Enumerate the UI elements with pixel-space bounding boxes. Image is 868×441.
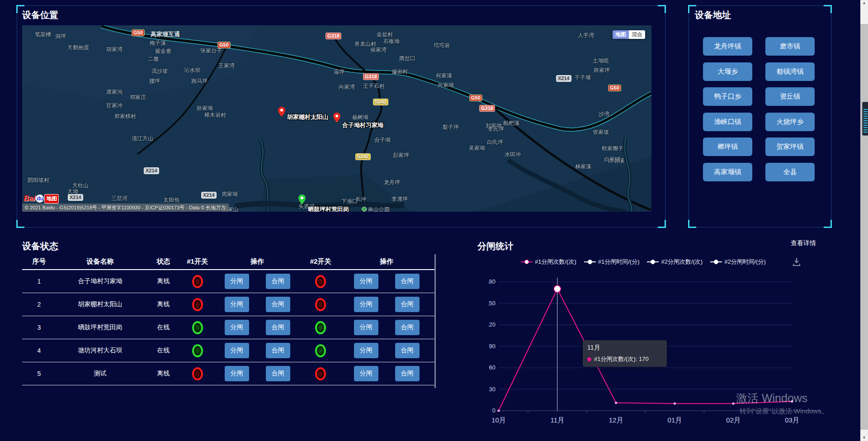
map-place-label: 吴家坳 [469, 144, 485, 152]
address-button-9[interactable]: 榔坪镇 [703, 138, 752, 156]
address-button-8[interactable]: 火烧坪乡 [765, 113, 815, 131]
open-switch-button[interactable]: 分闸 [354, 297, 378, 312]
corner-bracket [824, 5, 832, 13]
baidu-map-badge: 地图 [44, 194, 59, 204]
device-status-rows: 1合子坳村习家坳离线分闸合闸分闸合闸2胡家棚村太阳山离线分闸合闸分闸合闸3晒鼓坪… [22, 270, 434, 385]
legend-item-4[interactable]: #2分闸时间/(分) [710, 258, 766, 266]
open-switch-button[interactable]: 分闸 [225, 274, 249, 289]
svg-text:150: 150 [488, 300, 495, 307]
row-index: 5 [22, 370, 56, 377]
road-shield-x214: X214 [144, 167, 159, 174]
map-place-label: 紫金寨 [155, 47, 171, 55]
map-pin-red[interactable] [278, 107, 285, 117]
map-copyright: © 2021 Baidu - GS(2019)5218号 - 甲测资字11009… [22, 204, 229, 212]
address-button-4[interactable]: 都镇湾镇 [765, 62, 815, 81]
switch-indicator-red [192, 298, 203, 311]
baidu-paw-icon: du [36, 194, 44, 203]
column-header: 序号 [22, 257, 56, 266]
address-button-11[interactable]: 高家堰镇 [703, 163, 752, 181]
close-switch-button[interactable]: 合闸 [266, 366, 290, 381]
map-place-label: 天鹅抱蛋 [67, 44, 89, 52]
svg-text:0: 0 [492, 407, 495, 414]
scroll-indicator-widget[interactable] [862, 102, 868, 136]
legend-item-3[interactable]: #2分闸次数/(次) [647, 258, 703, 266]
device-status: 在线 [144, 346, 183, 355]
address-button-3[interactable]: 大堰乡 [703, 62, 752, 81]
close-switch-button[interactable]: 合闸 [395, 343, 420, 358]
close-switch-button[interactable]: 合闸 [266, 343, 290, 358]
dashboard: 设备位置 地图 混合 Bai du 地图 © 2021 Baid [0, 0, 868, 441]
map-place-label: 何家溪 [436, 72, 452, 80]
open-switch-button[interactable]: 分闸 [225, 343, 249, 358]
address-button-6[interactable]: 资丘镇 [765, 87, 815, 106]
series-dot-icon [587, 357, 591, 361]
legend-item-1[interactable]: #1分闸次数/(次) [521, 258, 576, 266]
map-place-label: 胡家湾 [106, 46, 123, 53]
map-place-label: 枇杷溪 [503, 119, 519, 127]
svg-text:11月: 11月 [551, 416, 565, 424]
map-place-label: 侯家湾 [370, 46, 387, 54]
open-switch-button[interactable]: 分闸 [225, 297, 249, 312]
road-shield-x214: X214 [556, 75, 571, 82]
switch-indicator-green [192, 344, 203, 357]
address-button-1[interactable]: 龙舟坪镇 [703, 37, 752, 56]
device-status: 离线 [144, 277, 183, 285]
baidu-logo: Bai du 地图 [24, 194, 59, 204]
map-pin-red[interactable] [333, 113, 340, 123]
map-type-toggle: 地图 混合 [613, 30, 645, 39]
open-switch-button[interactable]: 分闸 [225, 366, 249, 381]
map-place-label: 渡家沟 [106, 88, 123, 96]
map-type-map[interactable]: 地图 [613, 30, 629, 39]
svg-text:90: 90 [489, 343, 495, 350]
window-scrollbar-thumb[interactable] [860, 24, 868, 430]
map-place-label: 跑马坪 [191, 77, 208, 85]
map-place-label: 长冲 [355, 195, 366, 203]
open-switch-button[interactable]: 分闸 [354, 274, 378, 289]
road-shield-g318: G318 [363, 73, 379, 80]
close-switch-button[interactable]: 合闸 [266, 274, 290, 289]
close-switch-button[interactable]: 合闸 [395, 297, 420, 312]
baidu-logo-text: Bai [24, 194, 35, 203]
table-scrollbar[interactable] [434, 254, 436, 388]
address-button-12[interactable]: 全县 [765, 163, 815, 181]
open-switch-button[interactable]: 分闸 [225, 320, 249, 335]
svg-text:12月: 12月 [609, 416, 623, 424]
close-switch-button[interactable]: 合闸 [395, 274, 420, 289]
legend-item-2[interactable]: #1分闸时间/(分) [584, 258, 640, 266]
svg-text:30: 30 [489, 386, 495, 393]
address-button-7[interactable]: 渔峡口镇 [703, 113, 752, 131]
legend-marker-icon [710, 259, 722, 265]
close-switch-button[interactable]: 合闸 [395, 366, 420, 381]
scrollbar-up-icon[interactable]: ▲ [860, 1, 868, 5]
open-switch-button[interactable]: 分闸 [354, 320, 378, 335]
map-type-hybrid[interactable]: 混合 [629, 30, 645, 39]
scrollbar-down-icon[interactable]: ▼ [860, 436, 868, 440]
legend-marker-icon [584, 259, 596, 265]
map-place-label: 管家坡 [593, 128, 609, 136]
baidu-map[interactable]: 地图 混合 Bai du 地图 © 2021 Baidu - GS(2019)5… [22, 25, 651, 212]
map-place-label: 白家铺 [604, 156, 620, 163]
map-place-label: 沙湾 [599, 110, 609, 118]
close-switch-button[interactable]: 合闸 [395, 320, 420, 335]
map-place-label: 坨坨岩 [434, 42, 450, 49]
download-icon[interactable] [792, 257, 801, 267]
close-switch-button[interactable]: 合闸 [266, 320, 290, 335]
open-switch-button[interactable]: 分闸 [354, 366, 378, 381]
legend-label: #1分闸时间/(分) [598, 258, 640, 266]
close-switch-button[interactable]: 合闸 [266, 297, 290, 312]
corner-bracket [658, 220, 666, 228]
address-button-5[interactable]: 鸭子口乡 [703, 87, 752, 106]
map-place-label: 欧家圈子 [602, 145, 623, 152]
device-status-header: 序号设备名称状态#1开关操作#2开关操作 [22, 254, 434, 270]
table-row: 3晒鼓坪村荒田岗在线分闸合闸分闸合闸 [22, 316, 434, 339]
map-place-label: 李氏坪 [488, 125, 504, 133]
row-index: 1 [22, 278, 56, 285]
address-button-10[interactable]: 贺家坪镇 [765, 138, 815, 156]
address-button-2[interactable]: 磨市镇 [765, 37, 815, 56]
view-details-link[interactable]: 查看详情 [791, 239, 816, 247]
switch-indicator-green [315, 344, 326, 357]
map-pin-green[interactable] [298, 194, 306, 204]
open-switch-button[interactable]: 分闸 [354, 343, 378, 358]
svg-text:60: 60 [489, 364, 495, 371]
corner-bracket [824, 220, 832, 228]
